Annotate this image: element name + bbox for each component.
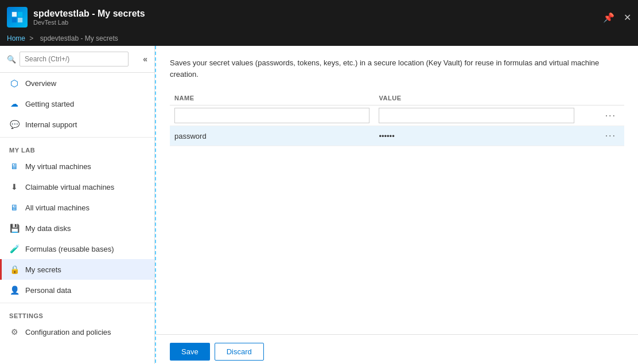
support-icon: 💬 xyxy=(9,119,20,130)
sidebar-item-label-my-vms: My virtual machines xyxy=(25,162,91,171)
sidebar-item-config-policies[interactable]: ⚙ Configuration and policies xyxy=(0,322,154,342)
new-row-action-cell: ··· xyxy=(579,105,624,126)
sidebar-search-container: 🔍 « xyxy=(0,46,154,73)
all-vms-icon: 🖥 xyxy=(9,202,20,213)
secret-action-cell: ··· xyxy=(579,126,624,146)
secret-value-cell: •••••• xyxy=(374,126,578,146)
svg-rect-0 xyxy=(12,12,17,17)
settings-section-label: SETTINGS xyxy=(0,306,154,322)
sidebar-item-all-vms[interactable]: 🖥 All virtual machines xyxy=(0,197,154,218)
title-bar-controls: 📌 ✕ xyxy=(603,12,631,23)
secrets-icon: 🔒 xyxy=(9,264,20,275)
content-footer: Save Discard xyxy=(156,334,638,364)
my-vms-icon: 🖥 xyxy=(9,161,20,171)
sidebar-item-label-data-disks: My data disks xyxy=(25,224,71,233)
svg-rect-2 xyxy=(12,18,17,22)
search-input[interactable] xyxy=(20,52,129,66)
secrets-table: NAME VALUE ··· xyxy=(170,91,624,146)
svg-rect-1 xyxy=(18,12,22,17)
content-area: Saves your secret values (passwords, tok… xyxy=(155,46,638,364)
table-row: password •••••• ··· xyxy=(170,126,624,146)
save-button[interactable]: Save xyxy=(170,343,210,361)
breadcrumb-separator: > xyxy=(29,34,33,42)
data-disks-icon: 💾 xyxy=(9,223,20,233)
getting-started-icon: ☁ xyxy=(9,99,20,109)
window-subtitle: DevTest Lab xyxy=(33,19,145,26)
col-header-value: VALUE xyxy=(374,91,578,105)
sidebar-item-formulas[interactable]: 🧪 Formulas (reusable bases) xyxy=(0,238,154,259)
content-description: Saves your secret values (passwords, tok… xyxy=(170,57,624,80)
sidebar-item-my-vms[interactable]: 🖥 My virtual machines xyxy=(0,156,154,177)
sidebar-item-internal-support[interactable]: 💬 Internal support xyxy=(0,114,154,135)
sidebar: 🔍 « ⬡ Overview ☁ Getting started 💬 Inter… xyxy=(0,46,155,364)
config-icon: ⚙ xyxy=(9,327,20,337)
main-layout: 🔍 « ⬡ Overview ☁ Getting started 💬 Inter… xyxy=(0,46,638,364)
discard-button[interactable]: Discard xyxy=(215,343,264,361)
sidebar-item-personal-data[interactable]: 👤 Personal data xyxy=(0,280,154,300)
claimable-vms-icon: ⬇ xyxy=(9,182,20,192)
breadcrumb-current: spdevtestlab - My secrets xyxy=(40,34,118,42)
secret-name-cell: password xyxy=(170,126,374,146)
sidebar-item-overview[interactable]: ⬡ Overview xyxy=(0,73,154,93)
secret-options-button[interactable]: ··· xyxy=(602,130,620,142)
col-header-action xyxy=(579,91,624,105)
my-lab-section-label: MY LAB xyxy=(0,140,154,156)
content-body: Saves your secret values (passwords, tok… xyxy=(156,46,638,334)
sidebar-item-label-support: Internal support xyxy=(25,120,77,129)
sidebar-item-label-my-secrets: My secrets xyxy=(25,265,61,274)
sidebar-item-label-claimable-vms: Claimable virtual machines xyxy=(25,183,114,191)
window-title: spdevtestlab - My secrets xyxy=(33,9,145,19)
sidebar-item-label-config: Configuration and policies xyxy=(25,328,111,336)
sidebar-item-label-all-vms: All virtual machines xyxy=(25,203,90,212)
sidebar-collapse-button[interactable]: « xyxy=(143,54,147,64)
sidebar-item-claimable-vms[interactable]: ⬇ Claimable virtual machines xyxy=(0,177,154,197)
col-header-name: NAME xyxy=(170,91,374,105)
table-new-row: ··· xyxy=(170,105,624,126)
secret-name: password xyxy=(174,132,207,140)
pin-icon[interactable]: 📌 xyxy=(603,12,614,23)
sidebar-item-my-secrets[interactable]: 🔒 My secrets xyxy=(0,259,154,280)
title-bar: spdevtestlab - My secrets DevTest Lab 📌 … xyxy=(0,0,638,34)
svg-rect-3 xyxy=(18,18,22,22)
formulas-icon: 🧪 xyxy=(9,244,20,254)
personal-data-icon: 👤 xyxy=(9,285,20,295)
secret-value: •••••• xyxy=(379,132,394,140)
app-logo xyxy=(7,7,28,28)
new-row-name-cell xyxy=(170,105,374,126)
overview-icon: ⬡ xyxy=(9,78,20,88)
new-row-options-button[interactable]: ··· xyxy=(602,109,620,122)
title-bar-text: spdevtestlab - My secrets DevTest Lab xyxy=(33,9,145,26)
close-icon[interactable]: ✕ xyxy=(624,12,631,23)
new-row-value-cell xyxy=(374,105,578,126)
sidebar-item-label-formulas: Formulas (reusable bases) xyxy=(25,245,114,253)
sidebar-item-label-overview: Overview xyxy=(25,79,56,88)
sidebar-item-data-disks[interactable]: 💾 My data disks xyxy=(0,218,154,238)
sidebar-item-label-getting-started: Getting started xyxy=(25,100,74,108)
new-secret-name-input[interactable] xyxy=(174,108,369,123)
breadcrumb-home[interactable]: Home xyxy=(7,34,25,42)
new-secret-value-input[interactable] xyxy=(379,108,574,123)
breadcrumb: Home > spdevtestlab - My secrets xyxy=(0,34,638,46)
search-icon: 🔍 xyxy=(7,55,16,64)
sidebar-item-label-personal-data: Personal data xyxy=(25,286,71,295)
sidebar-item-getting-started[interactable]: ☁ Getting started xyxy=(0,93,154,114)
